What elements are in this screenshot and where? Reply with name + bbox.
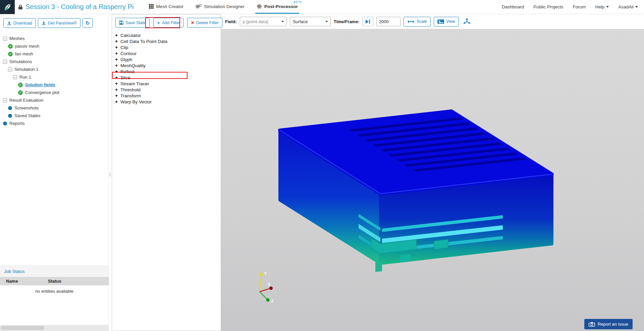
tree-item-label: passiv mesh <box>15 44 39 49</box>
filter-label: Clip <box>120 45 128 50</box>
app-logo[interactable] <box>0 0 15 14</box>
time-frame-label: Time/Frame: <box>334 19 360 24</box>
tree-item-result-evaluation[interactable]: − Result Evaluation <box>0 96 109 104</box>
nav-user-menu[interactable]: AsadAli <box>618 4 638 9</box>
time-frame-input[interactable] <box>376 17 400 26</box>
filter-item-reflect[interactable]: + Reflect <box>115 68 221 75</box>
nav-dashboard[interactable]: Dashboard <box>502 4 524 9</box>
view-preview-icon <box>437 19 444 24</box>
tab-label: Simulation Designer <box>204 4 245 9</box>
z-axis-label: Z <box>271 299 273 303</box>
tree-item-fan-mesh[interactable]: ✓ fan mesh <box>0 50 109 58</box>
play-button[interactable] <box>363 17 373 26</box>
collapse-icon[interactable]: − <box>3 60 7 64</box>
orientation-axes-widget[interactable]: Y X Z <box>245 269 281 306</box>
nav-help-menu[interactable]: Help <box>595 4 609 9</box>
filter-label: Calculator <box>120 33 141 38</box>
caret-down-icon <box>325 21 328 22</box>
field-label: Field: <box>225 19 237 24</box>
filter-item-transform[interactable]: + Transform <box>115 93 221 99</box>
collapse-icon[interactable]: − <box>3 37 7 41</box>
tab-simulation-designer[interactable]: Simulation Designer <box>194 0 246 14</box>
tree-item-label: Simulation 1 <box>14 67 39 72</box>
get-paraview-button[interactable]: Get ParaView® <box>38 18 80 28</box>
tab-post-processor[interactable]: Post-Processor BETA <box>255 0 299 14</box>
collapse-icon[interactable]: − <box>8 67 12 72</box>
download-icon <box>7 21 11 25</box>
tree-item-meshes[interactable]: − Meshes <box>0 35 109 42</box>
tab-mesh-creator[interactable]: Mesh Creator <box>148 0 185 14</box>
collapse-icon[interactable]: − <box>13 75 17 79</box>
save-state-button[interactable]: Save State <box>115 18 150 28</box>
tree-item-reports[interactable]: Reports <box>0 120 109 127</box>
save-state-label: Save State <box>125 20 146 25</box>
collapse-icon[interactable]: − <box>3 98 7 102</box>
filter-item-glyph[interactable]: + Glyph <box>115 56 221 62</box>
x-axis-tip <box>269 287 273 290</box>
tree-item-simulations[interactable]: − Simulations <box>0 58 109 65</box>
tree-item-saved-states[interactable]: Saved States <box>0 112 109 120</box>
representation-select[interactable]: Surface <box>290 17 331 26</box>
filter-item-slice[interactable]: + Slice <box>115 75 221 81</box>
plus-icon: + <box>115 93 118 98</box>
get-paraview-label: Get ParaView® <box>48 21 77 26</box>
delete-filter-button[interactable]: × Delete Filter <box>187 18 222 28</box>
tree-item-screenshots[interactable]: Screenshots <box>0 104 109 112</box>
filter-label: Threshold <box>120 87 141 92</box>
report-issue-label: Report an issue <box>598 322 628 327</box>
render-canvas[interactable]: Y X Z Report an issue <box>221 29 644 331</box>
scale-button[interactable]: Scale <box>404 17 431 27</box>
tree-item-label: Saved States <box>14 113 40 118</box>
z-axis-tip <box>266 298 270 302</box>
view-button[interactable]: View <box>434 17 459 27</box>
download-button[interactable]: Download <box>3 18 36 28</box>
play-icon <box>365 19 370 24</box>
x-axis-label: X <box>268 282 270 287</box>
panel-resize-handle[interactable] <box>109 170 111 179</box>
add-filter-label: Add Filter <box>162 20 180 25</box>
camera-icon <box>589 322 595 327</box>
tree-item-convergence-plot[interactable]: ✓ Convergence plot <box>0 89 109 96</box>
filter-item-calculator[interactable]: + Calculator <box>115 32 221 38</box>
caret-down-icon <box>281 21 284 22</box>
filter-label: Glyph <box>120 57 132 62</box>
filter-item-cell-data-to-point-data[interactable]: + Cell Data To Point Data <box>115 38 221 44</box>
view-label: View <box>446 19 455 24</box>
nav-forum[interactable]: Forum <box>573 4 586 9</box>
filter-item-stream-tracer[interactable]: + Stream Tracer <box>115 81 221 87</box>
plus-icon: + <box>115 63 118 68</box>
filter-item-warp-by-vector[interactable]: + Warp By Vector <box>115 99 221 105</box>
column-name: Name <box>0 277 42 285</box>
nav-public-projects[interactable]: Public Projects <box>533 4 563 9</box>
plus-icon: + <box>115 39 118 44</box>
caret-down-icon <box>606 6 609 8</box>
filter-item-threshold[interactable]: + Threshold <box>115 87 221 93</box>
filter-list: + Calculator + Cell Data To Point Data +… <box>112 30 221 105</box>
scrollbar-thumb[interactable] <box>1 326 44 330</box>
grid-icon <box>149 4 154 9</box>
status-ok-icon: ✓ <box>8 44 13 49</box>
fit-view-button[interactable] <box>462 17 472 26</box>
refresh-button[interactable]: ↻ <box>83 18 93 28</box>
filter-panel: Save State + Add Filter × Delete Filter … <box>112 14 221 331</box>
filter-item-clip[interactable]: + Clip <box>115 44 221 50</box>
tree-item-run-1[interactable]: − Run 1 <box>0 73 109 81</box>
tree-item-passiv-mesh[interactable]: ✓ passiv mesh <box>0 42 109 50</box>
viewport-toolbar: Field: p [point-data] Surface Time/Frame… <box>221 14 644 29</box>
project-sidebar: Download Get ParaView® ↻ − Meshes ✓ <box>0 14 109 331</box>
horizontal-scrollbar[interactable] <box>0 325 109 331</box>
tree-item-solution-fields[interactable]: ✓ Solution fields <box>0 81 109 89</box>
field-select[interactable]: p [point-data] <box>240 17 287 26</box>
item-dot-icon <box>3 122 7 126</box>
report-issue-button[interactable]: Report an issue <box>584 319 633 329</box>
tree-item-simulation-1[interactable]: − Simulation 1 <box>0 65 109 73</box>
nav-help-label: Help <box>595 4 604 9</box>
filter-item-contour[interactable]: + Contour <box>115 50 221 56</box>
representation-select-value: Surface <box>293 19 308 24</box>
add-filter-button[interactable]: + Add Filter <box>153 18 183 28</box>
filter-item-meshquality[interactable]: + MeshQuality <box>115 62 221 68</box>
plus-icon: + <box>115 87 118 92</box>
lock-icon <box>18 4 23 10</box>
top-nav: Dashboard Public Projects Forum Help Asa… <box>502 0 644 14</box>
status-ok-icon: ✓ <box>8 52 13 56</box>
